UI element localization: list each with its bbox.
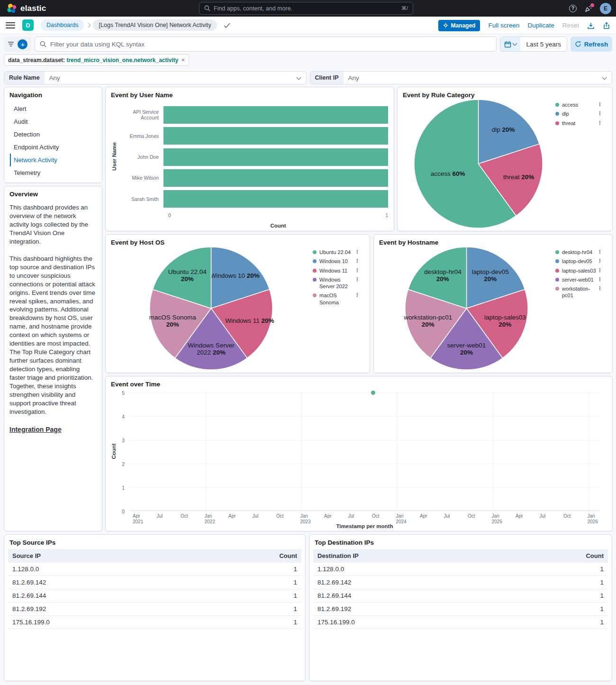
nav-item-telemetry[interactable]: Telemetry <box>10 166 102 179</box>
column-header-count[interactable]: Count <box>194 549 301 563</box>
client-ip-control[interactable]: Client IP Any <box>310 71 613 84</box>
managed-label: Managed <box>451 22 475 29</box>
overflow-menu-icon[interactable]: ⋮ <box>353 292 361 298</box>
table-row: 175.16.199.01 <box>313 616 608 629</box>
close-icon[interactable]: × <box>181 56 185 64</box>
nav-item-alert[interactable]: Alert <box>10 102 102 115</box>
table-row: 81.2.69.1441 <box>8 589 301 603</box>
bar-emma-jones[interactable] <box>163 127 388 145</box>
x-tick-label: Jan2025 <box>492 513 510 524</box>
column-header-destination-ip[interactable]: Destination IP <box>313 549 506 563</box>
overflow-menu-icon[interactable]: ⋮ <box>353 267 361 273</box>
legend-dot-icon <box>313 259 317 263</box>
breadcrumb: Dashboards [Logs TrendAI Vision One] Net… <box>41 19 231 31</box>
global-search-input[interactable]: Find apps, content, and more. ⌘/ <box>199 2 413 15</box>
legend-item-windows-11[interactable]: Windows 11⋮ <box>313 267 366 274</box>
filter-pill[interactable]: data_stream.dataset: trend_micro_vision_… <box>4 54 189 66</box>
bar-mike-wilson[interactable] <box>163 169 388 187</box>
elastic-logo-icon <box>7 3 17 14</box>
space-badge[interactable]: D <box>22 19 34 31</box>
user-avatar[interactable]: E <box>600 3 611 14</box>
data-point-oct-2023[interactable] <box>371 391 375 395</box>
cell-ip: 81.2.69.192 <box>313 603 506 616</box>
legend-item-windows-server-2022[interactable]: Windows Server 2022⋮ <box>313 276 366 290</box>
legend-item-laptop-dev05[interactable]: laptop-dev05⋮ <box>555 258 608 265</box>
legend-label: desktop-hr04 <box>562 249 596 256</box>
integration-page-link[interactable]: Integration Page <box>9 426 62 433</box>
panel-top-destination-ips: Top Destination IPs Destination IPCount1… <box>309 534 612 681</box>
cell-ip: 81.2.69.192 <box>8 603 194 616</box>
legend-item-macos-sonoma[interactable]: macOS Sonoma⋮ <box>313 292 366 306</box>
overflow-menu-icon[interactable]: ⋮ <box>596 110 603 116</box>
bar-api-service-account[interactable] <box>163 106 388 124</box>
overflow-menu-icon[interactable]: ⋮ <box>596 249 603 255</box>
overflow-menu-icon[interactable]: ⋮ <box>596 276 603 282</box>
bar-john-doe[interactable] <box>163 148 388 166</box>
x-tick-label: Apr <box>228 513 246 519</box>
legend-item-dlp[interactable]: dlp⋮ <box>555 110 608 117</box>
x-tick-label: Jan2024 <box>396 513 414 524</box>
column-header-source-ip[interactable]: Source IP <box>8 549 194 563</box>
kql-search-input[interactable]: Filter your data using KQL syntax <box>35 37 497 52</box>
search-icon <box>40 41 46 47</box>
legend-item-access[interactable]: access⋮ <box>555 101 608 108</box>
help-icon[interactable]: ? <box>569 4 577 13</box>
cell-ip: 81.2.69.144 <box>313 589 506 603</box>
download-icon[interactable] <box>587 22 595 29</box>
overview-paragraphs: This dashboard provides an overview of t… <box>4 198 102 416</box>
time-range-label[interactable]: Last 5 years <box>520 37 567 51</box>
x-tick-month: Apr <box>324 513 342 519</box>
chart-legend: desktop-hr04⋮laptop-dev05⋮laptop-sales03… <box>555 246 608 371</box>
bar-row-john-doe: John Doe <box>118 146 388 167</box>
y-axis-title: Count <box>111 442 117 461</box>
legend-item-threat[interactable]: threat⋮ <box>555 120 608 127</box>
overflow-menu-icon[interactable]: ⋮ <box>596 267 603 273</box>
share-icon[interactable] <box>603 22 610 29</box>
panel-event-by-hostname: Event by Hostname laptop-dev0520%laptop-… <box>373 234 613 373</box>
legend-item-windows-10[interactable]: Windows 10⋮ <box>313 258 366 265</box>
legend-item-desktop-hr04[interactable]: desktop-hr04⋮ <box>555 249 608 256</box>
managed-badge[interactable]: Managed <box>438 20 480 31</box>
event-by-rule-category-svg: dlp 20%threat 20%access 60% <box>401 99 555 229</box>
legend-item-workstation-pc01[interactable]: workstation-pc01⋮ <box>555 285 608 299</box>
x-tick-month: Oct <box>276 513 294 519</box>
filter-button-group: + <box>4 37 31 52</box>
nav-item-audit[interactable]: Audit <box>10 115 102 128</box>
breadcrumb-dashboards[interactable]: Dashboards <box>41 19 84 31</box>
bar-sarah-smith[interactable] <box>163 190 388 208</box>
nav-item-detection[interactable]: Detection <box>10 128 102 141</box>
news-icon[interactable] <box>584 4 593 13</box>
nav-item-endpoint-activity[interactable]: Endpoint Activity <box>10 141 102 154</box>
legend-item-laptop-sales03[interactable]: laptop-sales03⋮ <box>555 267 608 274</box>
menu-icon[interactable] <box>6 22 15 28</box>
elastic-logo[interactable]: elastic <box>7 3 46 14</box>
ip-table: Destination IPCount1.128.0.0181.2.69.142… <box>313 549 608 629</box>
overflow-menu-icon[interactable]: ⋮ <box>353 258 361 264</box>
check-icon[interactable] <box>224 22 231 28</box>
overflow-menu-icon[interactable]: ⋮ <box>596 120 603 126</box>
y-tick-label: 2 <box>109 461 125 467</box>
full-screen-button[interactable]: Full screen <box>488 22 519 29</box>
reset-button[interactable]: Reset <box>562 22 579 29</box>
cell-count: 1 <box>194 576 301 589</box>
legend-item-ubuntu-22-04[interactable]: Ubuntu 22.04⋮ <box>313 249 366 256</box>
bar-track <box>163 169 388 187</box>
add-filter-button[interactable]: + <box>18 39 27 49</box>
cell-count: 1 <box>194 563 301 576</box>
overflow-menu-icon[interactable]: ⋮ <box>353 249 361 255</box>
overflow-menu-icon[interactable]: ⋮ <box>353 276 361 282</box>
overflow-menu-icon[interactable]: ⋮ <box>596 285 603 291</box>
overflow-menu-icon[interactable]: ⋮ <box>596 101 603 107</box>
nav-item-network-activity[interactable]: Network Activity <box>10 154 102 166</box>
overflow-menu-icon[interactable]: ⋮ <box>596 258 603 264</box>
filter-icon[interactable] <box>8 41 14 47</box>
column-header-count[interactable]: Count <box>506 549 608 563</box>
x-tick-label: Jan2026 <box>588 513 606 524</box>
duplicate-button[interactable]: Duplicate <box>527 22 554 29</box>
rule-name-control[interactable]: Rule Name Any <box>4 71 307 84</box>
legend-item-server-web01[interactable]: server-web01⋮ <box>555 276 608 283</box>
x-tick-month: Oct <box>468 513 486 519</box>
breadcrumb-current[interactable]: [Logs TrendAI Vision One] Network Activi… <box>93 19 217 31</box>
calendar-icon[interactable] <box>500 37 520 51</box>
refresh-button[interactable]: Refresh <box>571 37 612 52</box>
